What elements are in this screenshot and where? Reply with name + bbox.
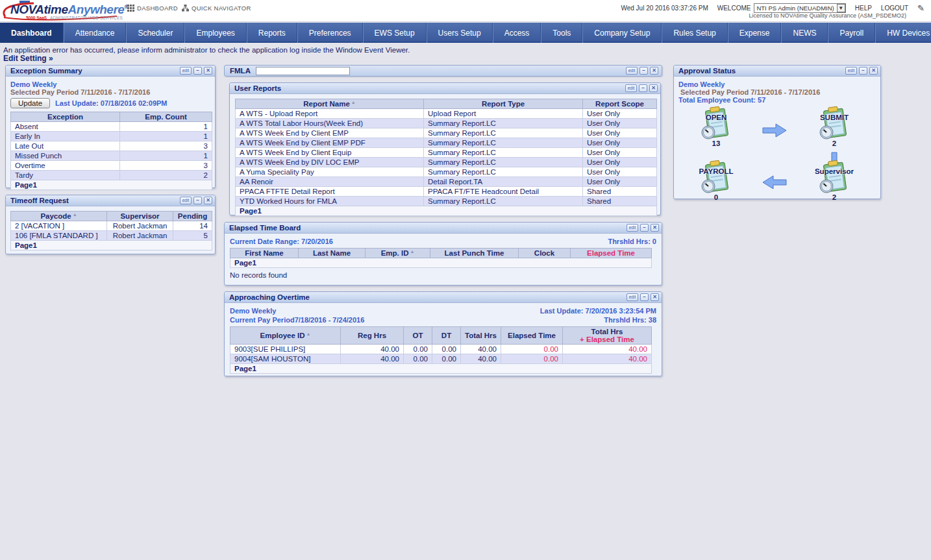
column-header-emp-count[interactable]: Emp. Count bbox=[120, 112, 212, 122]
panel-edit-button[interactable]: edit bbox=[180, 197, 192, 204]
edit-page-icon[interactable]: ✎ bbox=[917, 3, 925, 13]
tab-payroll[interactable]: Payroll bbox=[828, 23, 875, 43]
panel-close-button[interactable]: ✕ bbox=[651, 224, 659, 232]
tab-hw-devices[interactable]: HW Devices bbox=[875, 23, 931, 43]
tab-attendance[interactable]: Attendance bbox=[64, 23, 127, 43]
table-row[interactable]: 106 [FMLA STANDARD ]Robert Jackman5 bbox=[11, 231, 212, 241]
column-header-report-scope[interactable]: Report Scope bbox=[583, 99, 657, 109]
panel-minimize-button[interactable]: − bbox=[193, 197, 202, 204]
edit-setting-link[interactable]: Edit Setting » bbox=[3, 54, 53, 63]
column-header-ot[interactable]: OT bbox=[404, 327, 432, 345]
panel-minimize-button[interactable]: − bbox=[640, 293, 649, 301]
column-header-elapsed-time[interactable]: Elapsed Time bbox=[501, 327, 563, 345]
logout-link[interactable]: LOGOUT bbox=[881, 5, 908, 12]
column-header-report-name[interactable]: Report Name▲ bbox=[236, 99, 424, 109]
tab-ews-setup[interactable]: EWS Setup bbox=[363, 23, 427, 43]
table-row[interactable]: A WTS Total Labor Hours(Week End)Summary… bbox=[236, 119, 657, 128]
column-header-last-name[interactable]: Last Name bbox=[299, 249, 366, 258]
tab-employees[interactable]: Employees bbox=[184, 23, 246, 43]
column-header-supervisor[interactable]: Supervisor bbox=[107, 212, 173, 221]
panel-close-button[interactable]: ✕ bbox=[204, 67, 212, 75]
tab-rules-setup[interactable]: Rules Setup bbox=[662, 23, 727, 43]
table-row[interactable]: AA RenoirDetail Report.TAUser Only bbox=[236, 177, 657, 187]
column-header-pending[interactable]: Pending bbox=[173, 212, 212, 221]
column-header-elapsed-time[interactable]: Elapsed Time bbox=[571, 249, 652, 258]
table-row[interactable]: Missed Punch1 bbox=[11, 151, 212, 161]
stage-count: 0 bbox=[687, 193, 745, 201]
help-link[interactable]: HELP bbox=[855, 5, 872, 12]
panel-edit-button[interactable]: edit bbox=[627, 293, 638, 301]
logo-text-main: NOVAtime bbox=[10, 3, 68, 16]
tab-company-setup[interactable]: Company Setup bbox=[582, 23, 662, 43]
tab-preferences[interactable]: Preferences bbox=[297, 23, 363, 43]
tab-reports[interactable]: Reports bbox=[247, 23, 297, 43]
table-row[interactable]: A WTS - Upload ReportUpload ReportUser O… bbox=[236, 109, 657, 119]
table-row[interactable]: Late Out3 bbox=[11, 141, 212, 151]
panel-edit-button[interactable]: edit bbox=[626, 67, 638, 75]
quick-navigator-link[interactable]: QUICK NAVIGATOR bbox=[182, 5, 251, 12]
tab-expense[interactable]: Expense bbox=[728, 23, 782, 43]
table-row[interactable]: A WTS Week End by Client EMPSummary Repo… bbox=[236, 128, 657, 138]
panel-minimize-button[interactable]: − bbox=[859, 67, 867, 75]
tab-dashboard[interactable]: Dashboard bbox=[0, 23, 64, 43]
panel-minimize-button[interactable]: − bbox=[639, 67, 648, 75]
pagination-page1[interactable]: Page1 bbox=[230, 258, 652, 268]
panel-close-button[interactable]: ✕ bbox=[869, 67, 878, 75]
approval-stage-payroll[interactable]: PAYROLL 0 bbox=[687, 160, 745, 197]
column-header-emp-id[interactable]: Emp. ID▲ bbox=[366, 249, 430, 258]
table-row[interactable]: A Yuma Speciality PaySummary Report.LCUs… bbox=[236, 167, 657, 177]
table-row[interactable]: YTD Worked Hours for FMLASummary Report.… bbox=[236, 197, 657, 206]
table-row[interactable]: Absent1 bbox=[11, 122, 212, 132]
table-row[interactable]: PPACA FTFTE Detail ReportPPACA FT/FTE He… bbox=[236, 187, 657, 197]
approval-stage-submit[interactable]: SUBMIT 2 bbox=[805, 106, 863, 143]
pagination-page1[interactable]: Page1 bbox=[236, 206, 657, 216]
table-row[interactable]: Early In1 bbox=[11, 132, 212, 141]
table-row[interactable]: Tardy2 bbox=[11, 171, 212, 180]
panel-minimize-button[interactable]: − bbox=[640, 224, 649, 232]
approval-stage-open[interactable]: OPEN 13 bbox=[687, 106, 745, 143]
panel-close-button[interactable]: ✕ bbox=[204, 197, 212, 204]
tab-users-setup[interactable]: Users Setup bbox=[427, 23, 493, 43]
column-header-report-type[interactable]: Report Type bbox=[424, 99, 583, 109]
fmla-search-input[interactable] bbox=[256, 67, 350, 75]
tab-news[interactable]: NEWS bbox=[781, 23, 828, 43]
panel-edit-button[interactable]: edit bbox=[627, 224, 638, 232]
panel-edit-button[interactable]: edit bbox=[845, 67, 857, 75]
tab-access[interactable]: Access bbox=[493, 23, 541, 43]
table-row[interactable]: A WTS Week End by Client EquipSummary Re… bbox=[236, 148, 657, 158]
column-header-total-plus-elapsed[interactable]: Total Hrs+ Elapsed Time bbox=[563, 327, 652, 345]
table-row[interactable]: 9004[SAM HOUSTON] 40.00 0.00 0.00 40.00 … bbox=[230, 354, 652, 364]
table-row[interactable]: A WTS Week End by Client EMP PDFSummary … bbox=[236, 138, 657, 148]
column-header-last-punch-time[interactable]: Last Punch Time bbox=[430, 249, 519, 258]
panel-edit-button[interactable]: edit bbox=[625, 84, 637, 92]
panel-close-button[interactable]: ✕ bbox=[650, 67, 658, 75]
column-header-total-hrs[interactable]: Total Hrs bbox=[461, 327, 501, 345]
column-header-exception[interactable]: Exception bbox=[11, 112, 120, 122]
pagination-page1[interactable]: Page1 bbox=[230, 364, 652, 374]
panel-edit-button[interactable]: edit bbox=[180, 67, 192, 75]
dashboard-link[interactable]: DASHBOARD bbox=[127, 5, 178, 12]
table-row[interactable]: 2 [VACATION ]Robert Jackman14 bbox=[11, 221, 212, 231]
pagination-page1[interactable]: Page1 bbox=[11, 241, 212, 250]
panel-minimize-button[interactable]: − bbox=[639, 84, 647, 92]
table-row[interactable]: A WTS Week End by DIV LOC EMPSummary Rep… bbox=[236, 158, 657, 167]
approval-stage-supervisor[interactable]: Supervisor 2 bbox=[805, 160, 863, 197]
table-row[interactable]: 9003[SUE PHILLIPS] 40.00 0.00 0.00 40.00… bbox=[230, 345, 652, 354]
pagination-page1[interactable]: Page1 bbox=[11, 180, 212, 190]
tab-tools[interactable]: Tools bbox=[541, 23, 582, 43]
tab-scheduler[interactable]: Scheduler bbox=[126, 23, 184, 43]
column-header-reg-hrs[interactable]: Reg Hrs bbox=[341, 327, 404, 345]
table-row[interactable]: Overtime3 bbox=[11, 161, 212, 171]
column-header-dt[interactable]: DT bbox=[432, 327, 461, 345]
update-button[interactable]: Update bbox=[10, 98, 50, 108]
panel-close-button[interactable]: ✕ bbox=[649, 84, 658, 92]
top-header: NOVAtimeAnywhere® 5000 SaaS ADMINISTRATO… bbox=[0, 0, 931, 22]
user-select[interactable]: NTI PS Admin (NEUADMIN) ▼ bbox=[754, 3, 845, 13]
column-header-paycode[interactable]: Paycode▲ bbox=[11, 212, 107, 221]
column-header-employee-id[interactable]: Employee ID▲ bbox=[230, 327, 341, 345]
panel-minimize-button[interactable]: − bbox=[193, 67, 202, 75]
column-header-clock[interactable]: Clock bbox=[519, 249, 571, 258]
column-header-first-name[interactable]: First Name bbox=[230, 249, 299, 258]
panel-close-button[interactable]: ✕ bbox=[651, 293, 659, 301]
user-select-value: NTI PS Admin (NEUADMIN) bbox=[756, 5, 834, 12]
